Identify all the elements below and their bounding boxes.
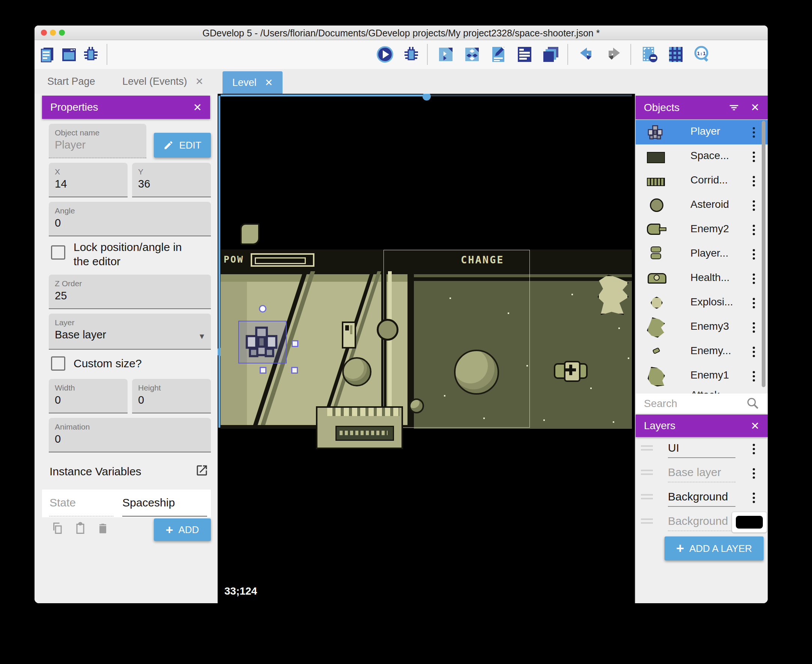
deselect-instances-icon[interactable] <box>641 46 659 63</box>
object-groups-icon[interactable] <box>463 46 481 63</box>
layer-menu-icon[interactable] <box>748 441 760 457</box>
x-position-field[interactable]: X 14 <box>49 163 128 197</box>
scene-canvas[interactable]: POW CHANGE <box>218 94 635 603</box>
object-row-space[interactable]: Space... <box>636 145 768 169</box>
tab-level-events[interactable]: Level (Events) ✕ <box>112 69 213 94</box>
redo-icon[interactable] <box>604 46 622 63</box>
scene-properties-icon[interactable] <box>489 46 507 63</box>
lock-position-checkbox[interactable] <box>51 245 65 260</box>
tab-start-page[interactable]: Start Page <box>37 69 105 94</box>
player-ship-sprite[interactable] <box>244 324 280 358</box>
animation-field-label: Animation <box>49 418 211 431</box>
object-row-enemy3[interactable]: Enemy3 <box>636 315 768 340</box>
object-row-player-bullet[interactable]: Player... <box>636 242 768 267</box>
horizontal-scrollbar[interactable] <box>221 94 430 96</box>
object-menu-icon[interactable] <box>748 296 760 311</box>
zoom-one-to-one-icon[interactable]: 1:1 <box>693 46 711 63</box>
z-order-field[interactable]: Z Order 25 <box>49 275 211 309</box>
object-menu-icon[interactable] <box>748 149 760 164</box>
close-properties-icon[interactable]: ✕ <box>193 101 210 114</box>
animation-field[interactable]: Animation 0 <box>49 418 211 452</box>
add-variable-button[interactable]: + ADD <box>154 518 211 541</box>
copy-icon[interactable] <box>51 521 65 535</box>
debug-preview-icon[interactable] <box>402 46 420 63</box>
object-menu-icon[interactable] <box>748 174 760 189</box>
object-row-enemy2[interactable]: Enemy2 <box>636 218 768 242</box>
rotate-handle[interactable] <box>259 305 267 312</box>
layer-row-background-color[interactable]: Background <box>636 510 768 533</box>
x-field-value: 14 <box>49 176 128 190</box>
objects-list-scrollbar[interactable] <box>762 121 765 387</box>
undo-icon[interactable] <box>578 46 596 63</box>
z-order-value: 25 <box>49 288 211 302</box>
object-menu-icon[interactable] <box>748 223 760 238</box>
instance-variable-row[interactable]: State Spaceship <box>42 490 211 518</box>
object-row-enemy1[interactable]: Enemy1 <box>636 364 768 389</box>
height-field[interactable]: Height 0 <box>132 379 211 413</box>
drag-handle-icon[interactable] <box>641 470 653 477</box>
right-panel-column: Objects ✕ Player Space... Corrid... Aste… <box>635 94 768 603</box>
resize-handle-corner[interactable] <box>291 367 298 374</box>
close-tab-icon[interactable]: ✕ <box>195 76 204 88</box>
search-icon[interactable] <box>746 397 760 410</box>
width-field[interactable]: Width 0 <box>49 379 128 413</box>
layer-row-background[interactable]: Background <box>636 486 768 510</box>
resize-handle-bottom[interactable] <box>260 367 267 374</box>
vertical-scrollbar[interactable] <box>218 96 220 428</box>
object-menu-icon[interactable] <box>748 344 760 360</box>
debugger-icon[interactable] <box>82 46 100 63</box>
horizontal-scrollbar-track[interactable] <box>430 94 632 96</box>
object-menu-icon[interactable] <box>748 320 760 335</box>
close-layers-panel-icon[interactable]: ✕ <box>751 420 768 432</box>
close-tab-icon[interactable]: ✕ <box>265 77 273 88</box>
object-row-enemy-bullet[interactable]: Enemy... <box>636 340 768 364</box>
object-menu-icon[interactable] <box>748 369 760 384</box>
layer-menu-icon[interactable] <box>748 490 760 505</box>
object-row-health[interactable]: Health... <box>636 266 768 291</box>
object-row-player[interactable]: Player <box>636 120 768 145</box>
custom-size-checkbox[interactable] <box>51 356 65 371</box>
object-row-corridor[interactable]: Corrid... <box>636 169 768 194</box>
project-manager-icon[interactable] <box>38 46 56 63</box>
object-row-explosion[interactable]: Explosi... <box>636 291 768 316</box>
layer-row-ui[interactable]: UI <box>636 437 768 461</box>
object-menu-icon[interactable] <box>748 271 760 286</box>
add-layer-button-label: ADD A LAYER <box>689 543 752 555</box>
add-layer-button[interactable]: + ADD A LAYER <box>664 537 763 560</box>
selected-instance-box[interactable] <box>238 321 287 363</box>
instances-list-icon[interactable] <box>542 46 560 63</box>
close-objects-panel-icon[interactable]: ✕ <box>751 101 768 114</box>
delete-icon[interactable] <box>96 521 109 535</box>
layer-menu-icon[interactable] <box>748 466 760 481</box>
drag-handle-icon[interactable] <box>641 518 653 525</box>
grid-icon[interactable] <box>667 46 685 63</box>
edit-object-button[interactable]: EDIT <box>154 133 211 158</box>
preview-window-icon[interactable] <box>60 46 78 63</box>
resize-handle-right[interactable] <box>291 340 298 347</box>
search-input[interactable] <box>643 396 739 412</box>
layer-select[interactable]: Layer Base layer ▾ <box>49 314 211 350</box>
tab-level[interactable]: Level ✕ <box>223 71 283 94</box>
drag-handle-icon[interactable] <box>641 445 653 452</box>
angle-field[interactable]: Angle 0 <box>49 202 211 236</box>
editor-tab-bar: Start Page Level (Events) ✕ Level ✕ <box>34 69 768 94</box>
object-menu-icon[interactable] <box>748 247 760 262</box>
filter-icon[interactable] <box>727 101 740 114</box>
play-preview-icon[interactable] <box>376 46 394 63</box>
object-menu-icon[interactable] <box>748 198 760 213</box>
object-row-asteroid[interactable]: Asteroid <box>636 193 768 218</box>
edit-events-icon[interactable] <box>516 46 534 63</box>
horizontal-scrollbar-thumb[interactable] <box>423 94 431 101</box>
y-position-field[interactable]: Y 36 <box>132 163 211 197</box>
open-in-new-icon[interactable] <box>195 464 208 477</box>
drag-handle-icon[interactable] <box>641 494 653 501</box>
variable-name-field[interactable]: State <box>49 490 113 517</box>
paste-icon[interactable] <box>73 521 87 535</box>
object-menu-icon[interactable] <box>748 125 760 140</box>
debris-sprite <box>240 223 260 245</box>
layer-row-base-layer[interactable]: Base layer <box>636 461 768 485</box>
background-color-swatch[interactable] <box>732 512 767 533</box>
window-title: GDevelop 5 - /Users/florian/Documents/GD… <box>34 28 768 39</box>
add-object-icon[interactable] <box>437 46 455 63</box>
variable-value-field[interactable]: Spaceship <box>122 490 207 517</box>
